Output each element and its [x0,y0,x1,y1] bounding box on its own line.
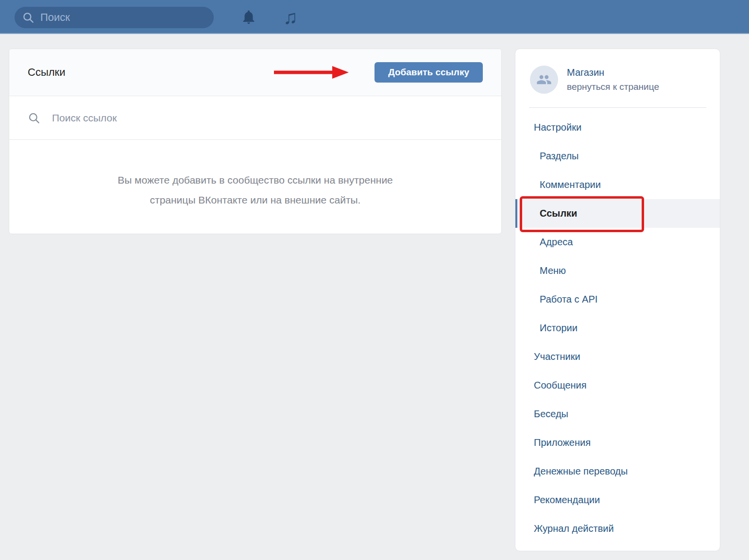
search-icon [22,11,34,24]
links-search-row [9,96,501,140]
sidebar-menu: Настройки Разделы Комментарии Ссылки Адр… [515,108,720,543]
music-note-icon[interactable]: ♫ [276,0,305,34]
sidebar-item-action-log[interactable]: Журнал действий [515,514,720,543]
sidebar-item-stories[interactable]: Истории [515,314,720,342]
sidebar-item-recommendations[interactable]: Рекомендации [515,486,720,514]
community-members-icon [536,72,552,87]
sidebar-item-apps[interactable]: Приложения [515,428,720,457]
sidebar-item-links[interactable]: Ссылки [515,199,720,228]
back-to-page-link[interactable]: вернуться к странице [567,82,659,92]
page-title: Ссылки [28,66,65,79]
community-sidebar: Магазин вернуться к странице Настройки Р… [515,49,720,551]
search-icon [28,112,40,124]
sidebar-item-messages[interactable]: Сообщения [515,371,720,400]
sidebar-item-menu[interactable]: Меню [515,256,720,285]
community-name-link[interactable]: Магазин [567,67,659,78]
add-link-button[interactable]: Добавить ссылку [374,62,483,83]
empty-state-line1: Вы можете добавить в сообщество ссылки н… [9,170,501,190]
sidebar-item-members[interactable]: Участники [515,342,720,371]
sidebar-item-api[interactable]: Работа с API [515,285,720,314]
sidebar-item-sections[interactable]: Разделы [515,142,720,170]
empty-state-line2: страницы ВКонтакте или на внешние сайты. [9,190,501,210]
notifications-bell-icon[interactable] [234,0,263,34]
avatar[interactable] [530,66,558,94]
global-search-input[interactable] [40,11,201,24]
global-search-field[interactable] [15,7,214,28]
empty-state-text: Вы можете добавить в сообщество ссылки н… [9,140,501,210]
links-search-input[interactable] [52,112,483,124]
sidebar-item-chats[interactable]: Беседы [515,400,720,428]
community-profile-row: Магазин вернуться к странице [515,49,720,107]
sidebar-item-addresses[interactable]: Адреса [515,228,720,256]
top-navigation-bar: ♫ [0,0,749,34]
sidebar-item-comments[interactable]: Комментарии [515,170,720,199]
sidebar-item-money-transfers[interactable]: Денежные переводы [515,457,720,486]
links-panel-header: Ссылки Добавить ссылку [9,49,501,96]
sidebar-item-settings[interactable]: Настройки [515,113,720,142]
links-panel: Ссылки Добавить ссылку Вы можете добавит… [9,49,502,234]
